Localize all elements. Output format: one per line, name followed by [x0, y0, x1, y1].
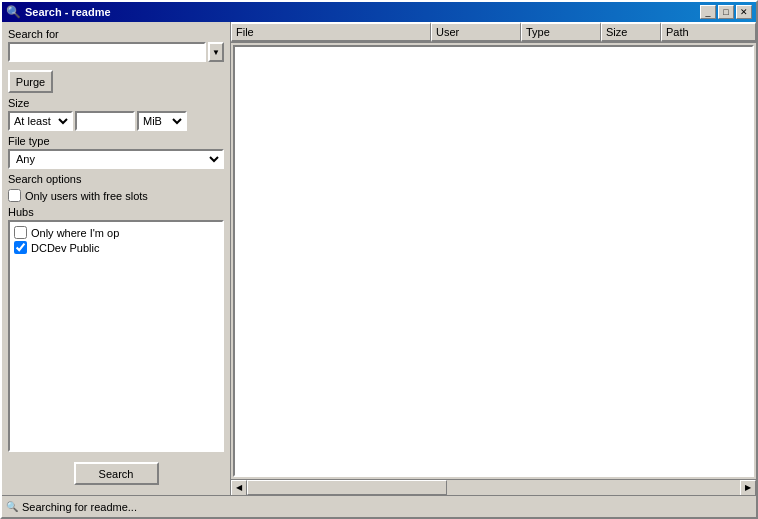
status-text: Searching for readme... — [22, 501, 137, 513]
file-type-section: File type Any Audio Video Document Execu… — [8, 135, 224, 169]
title-buttons: _ □ ✕ — [700, 5, 752, 19]
size-unit-select[interactable]: B KiB MiB GiB — [137, 111, 187, 131]
right-panel-inner: File User Type Size Path — [231, 22, 756, 495]
search-options-section: Search options Only users with free slot… — [8, 173, 224, 202]
col-type-label: Type — [526, 26, 550, 38]
hub-op-checkbox[interactable] — [14, 226, 27, 239]
scroll-left-btn[interactable]: ◀ — [231, 480, 247, 496]
main-window: 🔍 Search - readme _ □ ✕ Search for ▼ Pur… — [0, 0, 758, 519]
scroll-thumb[interactable] — [247, 480, 447, 495]
close-button[interactable]: ✕ — [736, 5, 752, 19]
size-label: Size — [8, 97, 224, 109]
search-for-section: Search for ▼ — [8, 28, 224, 62]
search-dropdown-arrow[interactable]: ▼ — [208, 42, 224, 62]
hubs-list: Only where I'm op DCDev Public — [8, 220, 224, 452]
col-size-label: Size — [606, 26, 627, 38]
size-value-input[interactable] — [75, 111, 135, 131]
size-row: At least At most Exactly B KiB MiB GiB — [8, 111, 224, 131]
window-title: Search - readme — [25, 6, 111, 18]
col-header-type[interactable]: Type — [521, 22, 601, 42]
window-icon: 🔍 — [6, 5, 21, 19]
col-header-size[interactable]: Size — [601, 22, 661, 42]
size-comparator-select[interactable]: At least At most Exactly — [8, 111, 73, 131]
file-type-select[interactable]: Any Audio Video Document Executable Pict… — [8, 149, 224, 169]
search-btn-row: Search — [8, 456, 224, 489]
scroll-track[interactable] — [247, 480, 740, 495]
title-bar-left: 🔍 Search - readme — [6, 5, 111, 19]
hub-item-op: Only where I'm op — [14, 226, 218, 239]
left-panel: Search for ▼ Purge Size At least At most… — [2, 22, 230, 495]
results-header: File User Type Size Path — [231, 22, 756, 43]
scroll-right-btn[interactable]: ▶ — [740, 480, 756, 496]
h-scrollbar: ◀ ▶ — [231, 479, 756, 495]
purge-button[interactable]: Purge — [8, 70, 53, 93]
col-file-label: File — [236, 26, 254, 38]
search-button[interactable]: Search — [74, 462, 159, 485]
minimize-button[interactable]: _ — [700, 5, 716, 19]
col-header-path[interactable]: Path — [661, 22, 756, 42]
size-section: Size At least At most Exactly B KiB MiB … — [8, 97, 224, 131]
search-options-label: Search options — [8, 173, 224, 185]
free-slots-row: Only users with free slots — [8, 189, 224, 202]
search-for-label: Search for — [8, 28, 224, 40]
hub-dcdev-checkbox[interactable] — [14, 241, 27, 254]
col-user-label: User — [436, 26, 459, 38]
hub-item-dcdev: DCDev Public — [14, 241, 218, 254]
hub-op-label: Only where I'm op — [31, 227, 119, 239]
search-input-row: ▼ — [8, 42, 224, 62]
free-slots-label: Only users with free slots — [25, 190, 148, 202]
main-content: Search for ▼ Purge Size At least At most… — [2, 22, 756, 495]
results-body — [233, 45, 754, 477]
status-bar: 🔍 Searching for readme... — [2, 495, 756, 517]
file-type-label: File type — [8, 135, 224, 147]
free-slots-checkbox[interactable] — [8, 189, 21, 202]
title-bar: 🔍 Search - readme _ □ ✕ — [2, 2, 756, 22]
maximize-button[interactable]: □ — [718, 5, 734, 19]
col-header-file[interactable]: File — [231, 22, 431, 42]
col-path-label: Path — [666, 26, 689, 38]
hub-dcdev-label: DCDev Public — [31, 242, 99, 254]
search-input[interactable] — [8, 42, 206, 62]
hubs-label: Hubs — [8, 206, 224, 218]
right-panel: File User Type Size Path — [230, 22, 756, 495]
status-icon: 🔍 — [6, 501, 18, 512]
hubs-section: Hubs Only where I'm op DCDev Public — [8, 206, 224, 452]
col-header-user[interactable]: User — [431, 22, 521, 42]
